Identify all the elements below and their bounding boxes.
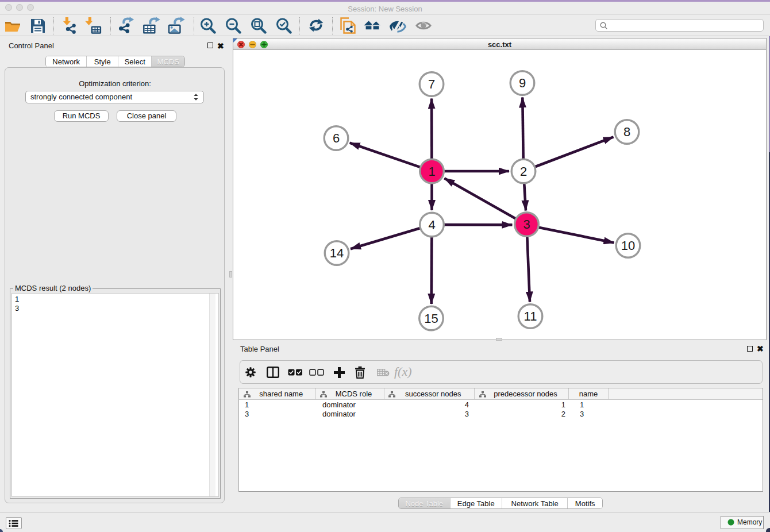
svg-text:9: 9 <box>519 76 526 90</box>
svg-text:1: 1 <box>428 164 435 179</box>
svg-text:8: 8 <box>623 125 630 139</box>
svg-text:11: 11 <box>524 309 537 323</box>
svg-text:2: 2 <box>520 164 527 179</box>
svg-text:7: 7 <box>428 77 435 91</box>
svg-text:3: 3 <box>523 217 530 232</box>
svg-text:4: 4 <box>428 218 435 232</box>
svg-text:10: 10 <box>621 238 635 253</box>
svg-text:14: 14 <box>330 246 344 260</box>
svg-text:6: 6 <box>333 131 340 145</box>
svg-text:15: 15 <box>424 311 438 326</box>
